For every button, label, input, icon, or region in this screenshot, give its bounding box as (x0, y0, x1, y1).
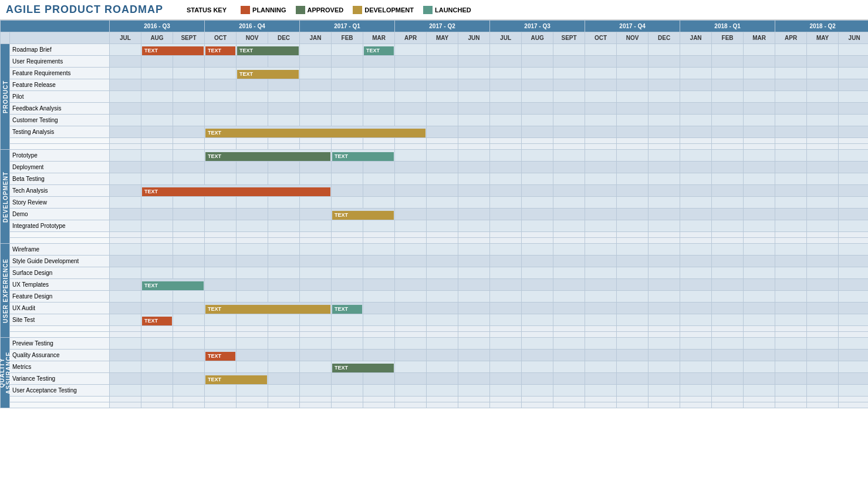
grid-cell (237, 197, 268, 209)
grid-cell (712, 44, 744, 56)
grid-cell (490, 291, 522, 303)
grid-cell (332, 91, 363, 103)
row-label: Feature Release (10, 79, 110, 91)
grid-cell (268, 220, 300, 232)
grid-cell (617, 303, 649, 314)
status-item-launched: LAUNCHED (423, 6, 471, 14)
grid-cell (110, 173, 141, 185)
month-JAN: JAN (680, 32, 712, 44)
grid-cell (680, 79, 712, 91)
quarter-2016-Q3: 2016 - Q3 (110, 21, 205, 32)
grid-cell (807, 209, 839, 220)
grid-cell (141, 291, 173, 303)
grid-cell (237, 314, 268, 326)
grid-cell (522, 244, 553, 256)
row-label: Customer Testing (10, 115, 110, 126)
grid-cell (839, 385, 868, 397)
grid-cell (712, 244, 744, 256)
grid-cell (363, 115, 395, 126)
grid-cell (585, 103, 617, 115)
grid-cell (490, 115, 522, 126)
grid-cell (680, 68, 712, 79)
grid-cell (553, 220, 585, 232)
grid-cell (363, 314, 395, 326)
grid-cell (427, 79, 458, 91)
grid-cell (427, 256, 458, 267)
grid-cell (807, 338, 839, 350)
grid-cell (300, 314, 332, 326)
grid-cell (649, 162, 680, 173)
month-APR: APR (775, 32, 807, 44)
row-3-0: QUALITY ASSURANCEPreview Testing (1, 338, 869, 350)
grid-cell (585, 44, 617, 56)
grid-cell (363, 291, 395, 303)
grid-cell (744, 79, 775, 91)
grid-cell (553, 68, 585, 79)
grid-cell (205, 197, 237, 209)
grid-cell (332, 68, 363, 79)
grid-cell (237, 115, 268, 126)
roadmap-table: 2016 - Q32016 - Q42017 - Q12017 - Q22017… (0, 20, 868, 408)
grid-cell (744, 303, 775, 314)
grid-cell (205, 256, 237, 267)
grid-cell (839, 256, 868, 267)
grid-cell (680, 209, 712, 220)
row-label: Feature Requirements (10, 68, 110, 79)
grid-cell (617, 373, 649, 385)
grid-cell (744, 220, 775, 232)
grid-cell (110, 338, 141, 350)
grid-cell (585, 279, 617, 291)
grid-cell (712, 279, 744, 291)
grid-cell (332, 350, 363, 361)
row-label: Roadmap Brief (10, 44, 110, 56)
grid-cell (744, 197, 775, 209)
grid-cell (553, 103, 585, 115)
grid-cell (775, 44, 807, 56)
grid-cell (553, 197, 585, 209)
grid-cell (680, 373, 712, 385)
grid-cell (427, 267, 458, 279)
grid-cell (680, 91, 712, 103)
grid-cell (363, 185, 395, 197)
grid-cell (807, 91, 839, 103)
row-0-7: Testing AnalysisTEXT (1, 126, 869, 138)
grid-cell (839, 126, 868, 138)
grid-cell (585, 150, 617, 162)
grid-cell (490, 314, 522, 326)
grid-cell (141, 68, 173, 79)
grid-cell (110, 220, 141, 232)
grid-cell (522, 150, 553, 162)
grid-cell (427, 303, 458, 314)
grid-cell (839, 267, 868, 279)
grid-cell (775, 361, 807, 373)
grid-cell (744, 209, 775, 220)
grid-cell (173, 338, 205, 350)
row-1-6: Integrated Prototype (1, 220, 869, 232)
grid-cell (553, 361, 585, 373)
grid-cell (205, 314, 237, 326)
grid-cell (839, 103, 868, 115)
month-SEPT: SEPT (553, 32, 585, 44)
grid-cell (807, 267, 839, 279)
grid-cell (807, 291, 839, 303)
grid-cell (617, 197, 649, 209)
grid-cell (839, 361, 868, 373)
grid-cell (141, 56, 173, 68)
grid-cell (775, 150, 807, 162)
grid-cell (332, 79, 363, 91)
grid-cell (110, 350, 141, 361)
grid-cell (395, 103, 427, 115)
grid-cell (744, 350, 775, 361)
grid-cell (300, 209, 332, 220)
grid-cell (807, 256, 839, 267)
grid-cell (458, 291, 490, 303)
grid-cell (173, 314, 205, 326)
grid-cell (744, 162, 775, 173)
grid-cell (585, 350, 617, 361)
grid-cell (839, 115, 868, 126)
grid-cell (807, 220, 839, 232)
grid-cell (744, 44, 775, 56)
grid-cell (839, 150, 868, 162)
grid-cell (427, 279, 458, 291)
grid-cell (807, 279, 839, 291)
